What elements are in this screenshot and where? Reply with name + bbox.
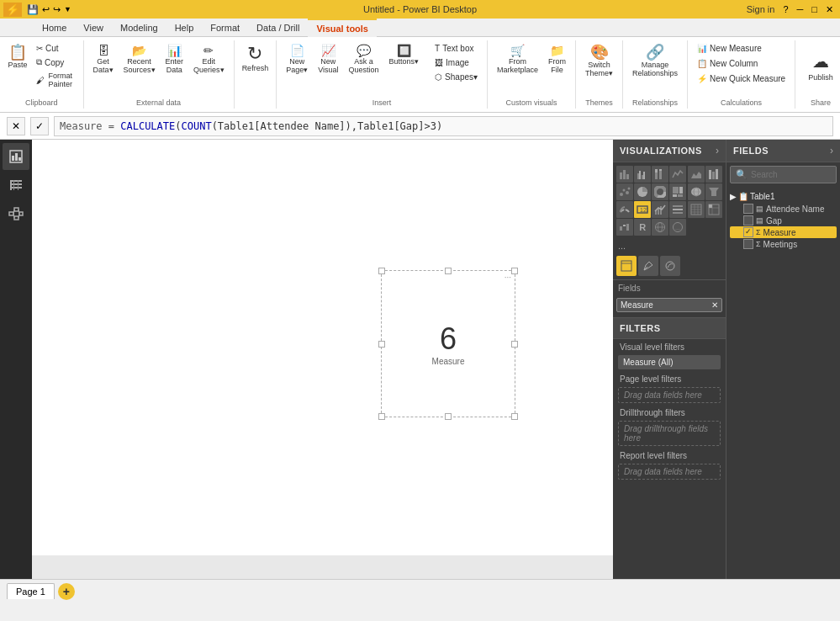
- switch-theme-button[interactable]: 🎨 SwitchTheme▾: [581, 42, 617, 91]
- field-gap[interactable]: ▤ Gap: [730, 215, 837, 226]
- page-tab-1[interactable]: Page 1: [7, 583, 55, 599]
- viz-custom[interactable]: ...: [669, 219, 686, 236]
- viz-tab-analytics[interactable]: [660, 256, 680, 276]
- marketplace-button[interactable]: 🛒 FromMarketplace: [493, 42, 542, 77]
- buttons-button[interactable]: 🔲 Buttons▾: [385, 42, 424, 68]
- viz-matrix[interactable]: [705, 201, 722, 218]
- viz-line-chart[interactable]: [669, 166, 686, 183]
- quick-access-dropdown[interactable]: ▼: [64, 5, 71, 13]
- visualizations-expand[interactable]: ›: [716, 145, 719, 157]
- get-data-button[interactable]: 🗄 GetData▾: [89, 42, 118, 77]
- minimize-btn[interactable]: ─: [794, 4, 807, 14]
- viz-r-visual[interactable]: R: [634, 219, 651, 236]
- viz-map[interactable]: [688, 183, 705, 200]
- visual-tools-tab[interactable]: Visual tools: [308, 19, 377, 37]
- resize-handle-mr[interactable]: [511, 341, 518, 348]
- tab-home[interactable]: Home: [34, 19, 75, 37]
- visual-card[interactable]: ⠿ ··· 6 Measure: [381, 270, 515, 417]
- viz-globe[interactable]: [652, 219, 668, 236]
- text-box-button[interactable]: T Text box: [431, 42, 482, 55]
- new-quick-measure-button[interactable]: ⚡ New Quick Measure: [693, 72, 790, 85]
- viz-funnel-chart[interactable]: [705, 183, 722, 200]
- signin-link[interactable]: Sign in: [747, 4, 775, 14]
- close-btn[interactable]: ✕: [822, 4, 837, 15]
- maximize-btn[interactable]: □: [808, 4, 821, 14]
- tab-data-drill[interactable]: Data / Drill: [248, 19, 308, 37]
- recent-sources-button[interactable]: 📂 RecentSources▾: [119, 42, 160, 77]
- resize-handle-tr[interactable]: [511, 268, 518, 274]
- add-page-button[interactable]: +: [58, 583, 75, 600]
- help-icon[interactable]: ?: [783, 4, 788, 14]
- viz-ribbon-chart[interactable]: [705, 166, 722, 183]
- quick-access-save[interactable]: 💾: [27, 4, 39, 15]
- resize-handle-tl[interactable]: [378, 268, 385, 274]
- enter-data-button[interactable]: 📊 EnterData: [161, 42, 188, 77]
- field-measure[interactable]: ✓ Σ Measure: [730, 226, 837, 238]
- ask-question-button[interactable]: 💬 Ask aQuestion: [345, 42, 383, 77]
- new-column-button[interactable]: 📋 New Column: [693, 57, 790, 70]
- copy-button[interactable]: ⧉ Copy: [32, 56, 78, 69]
- field-attendee-name[interactable]: ▤ Attendee Name: [730, 203, 837, 215]
- viz-tab-format[interactable]: [638, 256, 658, 276]
- sidebar-icon-model[interactable]: [3, 200, 29, 227]
- viz-100-stacked-bar[interactable]: [652, 166, 668, 183]
- viz-pie-chart[interactable]: [634, 183, 651, 200]
- field-checkbox-meetings[interactable]: [743, 239, 753, 249]
- paste-button[interactable]: 📋 Paste: [5, 42, 30, 91]
- resize-handle-tm[interactable]: [445, 268, 452, 274]
- viz-measure-field[interactable]: Measure ✕: [616, 298, 722, 312]
- viz-stacked-bar-chart[interactable]: [616, 166, 633, 183]
- fields-search-box[interactable]: 🔍: [730, 166, 837, 183]
- field-checkbox-attendee[interactable]: [743, 204, 753, 214]
- new-visual-button[interactable]: 📈 NewVisual: [314, 42, 342, 77]
- tab-modeling[interactable]: Modeling: [112, 19, 166, 37]
- cut-button[interactable]: ✂ Cut: [32, 42, 78, 55]
- page-drag-zone[interactable]: Drag data fields here: [618, 387, 721, 403]
- edit-queries-button[interactable]: ✏ EditQueries▾: [189, 42, 229, 77]
- shapes-button[interactable]: ⬡ Shapes▾: [431, 71, 482, 83]
- viz-waterfall[interactable]: [616, 219, 633, 236]
- viz-scatter-chart[interactable]: [616, 183, 633, 200]
- viz-clustered-bar-chart[interactable]: [634, 166, 651, 183]
- refresh-button[interactable]: ↻ Refresh: [238, 42, 273, 91]
- resize-handle-bl[interactable]: [378, 413, 385, 420]
- fields-table-header[interactable]: ▶ 📋 Table1: [730, 190, 837, 203]
- viz-slicer[interactable]: [669, 201, 686, 218]
- filter-measure-all[interactable]: Measure (All): [618, 355, 721, 369]
- viz-more-button[interactable]: ...: [613, 239, 726, 252]
- report-drag-zone[interactable]: Drag data fields here: [618, 464, 721, 480]
- tab-view[interactable]: View: [75, 19, 112, 37]
- viz-table[interactable]: [688, 201, 705, 218]
- quick-access-redo[interactable]: ↪: [53, 4, 61, 15]
- resize-handle-ml[interactable]: [378, 341, 385, 348]
- publish-button[interactable]: ☁ Publish: [800, 42, 840, 91]
- measure-field-close[interactable]: ✕: [711, 300, 718, 310]
- tab-format[interactable]: Format: [202, 19, 248, 37]
- manage-relationships-button[interactable]: 🔗 ManageRelationships: [628, 42, 682, 91]
- viz-tab-fields[interactable]: [616, 256, 637, 276]
- viz-treemap[interactable]: [669, 183, 686, 200]
- viz-area-chart[interactable]: [688, 166, 705, 183]
- image-button[interactable]: 🖼 Image: [431, 56, 482, 69]
- viz-gauge[interactable]: [616, 201, 633, 218]
- fields-panel-expand[interactable]: ›: [830, 145, 833, 157]
- formula-confirm-button[interactable]: ✓: [30, 117, 49, 135]
- new-page-button[interactable]: 📄 NewPage▾: [282, 42, 312, 77]
- viz-kpi[interactable]: [652, 201, 668, 218]
- field-meetings[interactable]: Σ Meetings: [730, 238, 837, 250]
- sidebar-icon-data[interactable]: [3, 172, 29, 199]
- format-painter-button[interactable]: 🖌 Format Painter: [32, 70, 78, 90]
- viz-donut-chart[interactable]: [652, 183, 668, 200]
- sidebar-icon-report[interactable]: [3, 143, 29, 170]
- drillthrough-drag-zone[interactable]: Drag drillthrough fields here: [618, 421, 721, 446]
- new-measure-button[interactable]: 📊 New Measure: [693, 42, 790, 55]
- fields-search-input[interactable]: [751, 170, 840, 179]
- formula-input[interactable]: Measure = CALCULATE(COUNT(Table1[Attende…: [54, 116, 833, 136]
- resize-handle-br[interactable]: [511, 413, 518, 420]
- field-checkbox-measure[interactable]: ✓: [743, 227, 753, 237]
- viz-card[interactable]: 123: [634, 201, 651, 218]
- tab-help[interactable]: Help: [166, 19, 203, 37]
- canvas-white[interactable]: ⠿ ··· 6 Measure: [32, 140, 613, 555]
- field-checkbox-gap[interactable]: [743, 215, 753, 226]
- visual-card-menu[interactable]: ···: [505, 273, 511, 282]
